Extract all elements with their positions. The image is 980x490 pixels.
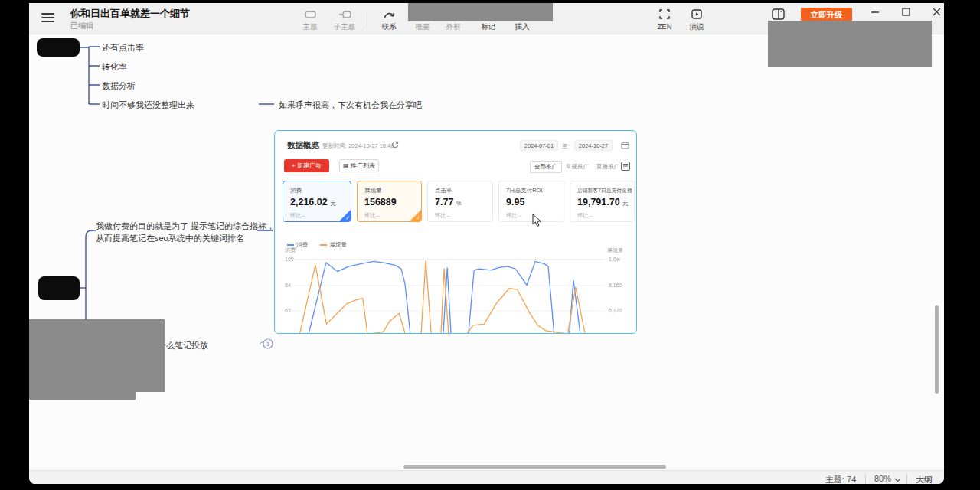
redacted-topic-node[interactable] [38, 276, 80, 300]
date-separator: 至 [562, 142, 567, 150]
panel-toggle-icon[interactable] [772, 8, 785, 20]
zen-icon [648, 8, 681, 21]
trend-line-chart [290, 256, 606, 334]
redaction-box [408, 3, 553, 21]
promotion-tabs: 全部推广 常规推广 直播推广 [530, 161, 623, 173]
zoom-level-control[interactable]: 80% [874, 474, 891, 483]
toolbar-separator [367, 12, 368, 26]
right-axis-tick: 1.0w [609, 256, 620, 262]
app-window: 你和日出百单就差一个细节 已编辑 主题 子主题 联系 概要 外框 [29, 3, 944, 484]
refresh-icon [391, 141, 399, 149]
tab-regular-promotion: 常规推广 [562, 162, 593, 172]
horizontal-scrollbar[interactable] [403, 465, 666, 469]
document-title: 你和日出百单就差一个细节 [70, 7, 190, 21]
topic-conversion-rate[interactable]: 转化率 [102, 61, 127, 73]
vertical-scrollbar[interactable] [935, 305, 939, 394]
redaction-box [29, 319, 165, 392]
redacted-topic-node[interactable] [37, 38, 80, 57]
toolbar-zen-button[interactable]: ZEN [648, 8, 681, 31]
topic-data-analysis[interactable]: 数据分析 [102, 80, 136, 92]
topic-paid-purpose-line2[interactable]: 从而提高笔记在seo系统中的关键词排名 [96, 233, 244, 244]
legend-swatch-impressions [320, 244, 327, 246]
topic-paid-purpose-line1[interactable]: 我做付费的目的就是为了 提示笔记的综合指标， [96, 220, 275, 232]
topic-click-rate[interactable]: 还有点击率 [102, 42, 144, 54]
left-axis-title: 消费 [285, 247, 296, 254]
topic-callout[interactable]: 如果呼声很高，下次有机会我在分享吧 [279, 100, 422, 111]
date-to-field: 2024-10-27 [574, 140, 612, 151]
status-bar: 主题: 74 80% 大纲 [29, 470, 944, 484]
toolbar-subtopic-button[interactable]: 子主题 [328, 8, 361, 32]
topic-count: 主题: 74 [825, 474, 856, 484]
dashboard-updated-time: 更新时间: 2024-10-27 18:48 [322, 142, 394, 150]
statusbar-divider [865, 475, 866, 484]
document-edit-status: 已编辑 [70, 21, 93, 31]
minimize-button[interactable] [867, 5, 883, 18]
cursor-icon [532, 214, 542, 228]
mindmap-canvas[interactable]: 还有点击率 转化率 数据分析 时间不够我还没整理出来 如果呼声很高，下次有机会我… [29, 34, 944, 470]
subtopic-icon [328, 8, 361, 21]
screen: 你和日出百单就差一个细节 已编辑 主题 子主题 联系 概要 外框 [0, 0, 980, 490]
hamburger-menu-icon[interactable] [41, 13, 54, 23]
close-button[interactable] [929, 5, 944, 18]
redaction-box [768, 21, 932, 67]
promotion-list-button: ▦ 推广列表 [339, 159, 379, 172]
maximize-button[interactable] [898, 5, 913, 18]
right-axis-tick: 6,120 [609, 308, 622, 313]
topic-no-time[interactable]: 时间不够我还没整理出来 [102, 100, 194, 111]
badge-count: 1 [266, 341, 270, 348]
metric-card-impressions: 展现量 156889 环比-- ✓ [357, 181, 422, 222]
legend-swatch-consumption [287, 244, 294, 246]
dashboard-title: 数据概览 [287, 140, 319, 151]
caret-down-icon[interactable] [894, 478, 901, 482]
toolbar-theme-button[interactable]: 主题 [293, 8, 327, 32]
statusbar-divider [906, 475, 907, 484]
list-view-icon [621, 162, 630, 171]
tab-live-promotion: 直播推广 [593, 162, 623, 172]
topic-note-placement[interactable]: 什么笔记投放 [158, 340, 208, 351]
relation-icon [372, 8, 406, 21]
metric-card-roi: 7日总支付ROI 9.95 环比-- [498, 181, 564, 222]
series-line-展现量 [299, 260, 585, 334]
toolbar-present-button[interactable]: 演说 [680, 8, 714, 32]
redaction-box [29, 390, 136, 400]
present-icon [680, 8, 714, 21]
metric-card-ctr: 点击率 7.77 % 环比-- [427, 181, 493, 222]
theme-icon [293, 8, 327, 21]
grid-icon: ▦ [343, 162, 349, 169]
chart-legend: 消费 展现量 [287, 235, 356, 249]
new-ad-button: + 新建广告 [284, 159, 329, 172]
relationship-badge[interactable]: 1 [259, 338, 274, 350]
metric-card-store-payment: 店铺新客7日总支付金额 19,791.70 元 环比-- [570, 181, 635, 222]
right-axis-title: 展现量 [607, 247, 623, 254]
calendar-icon [621, 141, 629, 149]
right-axis-tick: 8,160 [609, 283, 622, 288]
metric-card-consumption: 消费 2,216.02 元 环比-- ✓ [283, 181, 351, 222]
date-from-field: 2024-07-01 [520, 140, 558, 151]
outline-button[interactable]: 大纲 [916, 474, 933, 484]
tab-all-promotion: 全部推广 [530, 161, 562, 173]
dashboard-image-node[interactable]: 数据概览 更新时间: 2024-10-27 18:48 2024-07-01 至… [274, 130, 637, 334]
toolbar-relation-button[interactable]: 联系 [372, 8, 406, 32]
